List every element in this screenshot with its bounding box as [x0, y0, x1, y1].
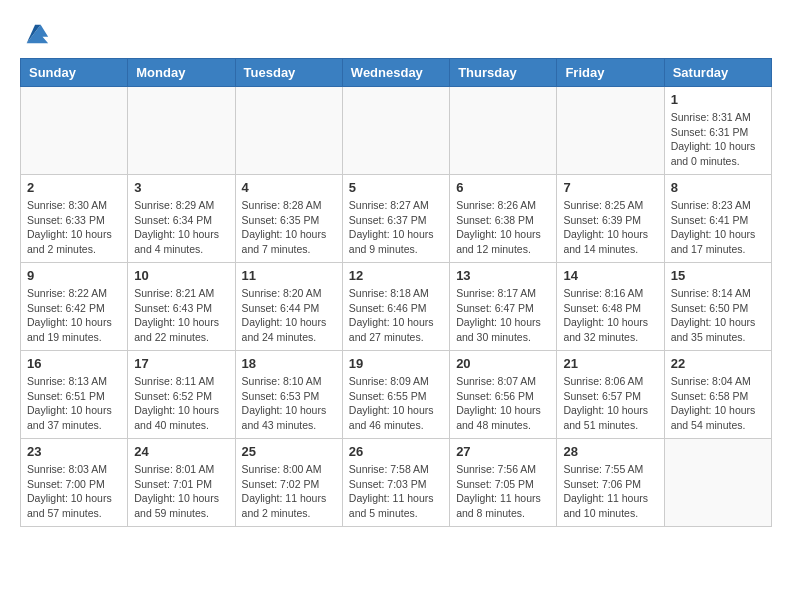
day-number: 14 [563, 268, 657, 283]
calendar-day: 5Sunrise: 8:27 AM Sunset: 6:37 PM Daylig… [342, 175, 449, 263]
logo-icon [22, 20, 50, 48]
calendar-day: 11Sunrise: 8:20 AM Sunset: 6:44 PM Dayli… [235, 263, 342, 351]
calendar-week: 2Sunrise: 8:30 AM Sunset: 6:33 PM Daylig… [21, 175, 772, 263]
weekday-header: Wednesday [342, 59, 449, 87]
day-number: 3 [134, 180, 228, 195]
day-info: Sunrise: 8:06 AM Sunset: 6:57 PM Dayligh… [563, 374, 657, 433]
day-number: 11 [242, 268, 336, 283]
day-info: Sunrise: 8:07 AM Sunset: 6:56 PM Dayligh… [456, 374, 550, 433]
calendar-day: 19Sunrise: 8:09 AM Sunset: 6:55 PM Dayli… [342, 351, 449, 439]
day-number: 1 [671, 92, 765, 107]
day-info: Sunrise: 7:56 AM Sunset: 7:05 PM Dayligh… [456, 462, 550, 521]
day-info: Sunrise: 8:04 AM Sunset: 6:58 PM Dayligh… [671, 374, 765, 433]
day-number: 28 [563, 444, 657, 459]
calendar-week: 1Sunrise: 8:31 AM Sunset: 6:31 PM Daylig… [21, 87, 772, 175]
calendar-day [235, 87, 342, 175]
day-number: 2 [27, 180, 121, 195]
weekday-header: Friday [557, 59, 664, 87]
logo [20, 20, 50, 48]
day-number: 18 [242, 356, 336, 371]
day-number: 9 [27, 268, 121, 283]
day-number: 16 [27, 356, 121, 371]
page-header [20, 20, 772, 48]
day-info: Sunrise: 8:25 AM Sunset: 6:39 PM Dayligh… [563, 198, 657, 257]
day-number: 10 [134, 268, 228, 283]
day-number: 6 [456, 180, 550, 195]
calendar-day [664, 439, 771, 527]
day-number: 24 [134, 444, 228, 459]
calendar-day: 24Sunrise: 8:01 AM Sunset: 7:01 PM Dayli… [128, 439, 235, 527]
day-info: Sunrise: 8:29 AM Sunset: 6:34 PM Dayligh… [134, 198, 228, 257]
day-number: 17 [134, 356, 228, 371]
weekday-header: Saturday [664, 59, 771, 87]
calendar-day: 20Sunrise: 8:07 AM Sunset: 6:56 PM Dayli… [450, 351, 557, 439]
day-number: 12 [349, 268, 443, 283]
calendar-day [21, 87, 128, 175]
weekday-header: Monday [128, 59, 235, 87]
day-info: Sunrise: 8:23 AM Sunset: 6:41 PM Dayligh… [671, 198, 765, 257]
day-number: 25 [242, 444, 336, 459]
weekday-header: Tuesday [235, 59, 342, 87]
calendar-day: 15Sunrise: 8:14 AM Sunset: 6:50 PM Dayli… [664, 263, 771, 351]
weekday-header: Thursday [450, 59, 557, 87]
day-info: Sunrise: 7:58 AM Sunset: 7:03 PM Dayligh… [349, 462, 443, 521]
calendar-day: 21Sunrise: 8:06 AM Sunset: 6:57 PM Dayli… [557, 351, 664, 439]
calendar-table: SundayMondayTuesdayWednesdayThursdayFrid… [20, 58, 772, 527]
calendar-day: 26Sunrise: 7:58 AM Sunset: 7:03 PM Dayli… [342, 439, 449, 527]
calendar-week: 9Sunrise: 8:22 AM Sunset: 6:42 PM Daylig… [21, 263, 772, 351]
calendar-day: 4Sunrise: 8:28 AM Sunset: 6:35 PM Daylig… [235, 175, 342, 263]
day-info: Sunrise: 8:09 AM Sunset: 6:55 PM Dayligh… [349, 374, 443, 433]
day-number: 26 [349, 444, 443, 459]
calendar-day: 12Sunrise: 8:18 AM Sunset: 6:46 PM Dayli… [342, 263, 449, 351]
calendar-day: 10Sunrise: 8:21 AM Sunset: 6:43 PM Dayli… [128, 263, 235, 351]
calendar-day: 9Sunrise: 8:22 AM Sunset: 6:42 PM Daylig… [21, 263, 128, 351]
calendar-day: 6Sunrise: 8:26 AM Sunset: 6:38 PM Daylig… [450, 175, 557, 263]
day-info: Sunrise: 8:28 AM Sunset: 6:35 PM Dayligh… [242, 198, 336, 257]
calendar-day: 23Sunrise: 8:03 AM Sunset: 7:00 PM Dayli… [21, 439, 128, 527]
calendar-day: 13Sunrise: 8:17 AM Sunset: 6:47 PM Dayli… [450, 263, 557, 351]
calendar-day: 14Sunrise: 8:16 AM Sunset: 6:48 PM Dayli… [557, 263, 664, 351]
day-info: Sunrise: 8:18 AM Sunset: 6:46 PM Dayligh… [349, 286, 443, 345]
day-info: Sunrise: 8:31 AM Sunset: 6:31 PM Dayligh… [671, 110, 765, 169]
day-info: Sunrise: 8:20 AM Sunset: 6:44 PM Dayligh… [242, 286, 336, 345]
day-info: Sunrise: 8:21 AM Sunset: 6:43 PM Dayligh… [134, 286, 228, 345]
day-number: 23 [27, 444, 121, 459]
day-info: Sunrise: 8:30 AM Sunset: 6:33 PM Dayligh… [27, 198, 121, 257]
calendar-day [450, 87, 557, 175]
day-info: Sunrise: 8:11 AM Sunset: 6:52 PM Dayligh… [134, 374, 228, 433]
day-number: 5 [349, 180, 443, 195]
calendar-day: 25Sunrise: 8:00 AM Sunset: 7:02 PM Dayli… [235, 439, 342, 527]
day-info: Sunrise: 8:27 AM Sunset: 6:37 PM Dayligh… [349, 198, 443, 257]
day-info: Sunrise: 8:14 AM Sunset: 6:50 PM Dayligh… [671, 286, 765, 345]
calendar-day: 1Sunrise: 8:31 AM Sunset: 6:31 PM Daylig… [664, 87, 771, 175]
calendar-day: 3Sunrise: 8:29 AM Sunset: 6:34 PM Daylig… [128, 175, 235, 263]
calendar-day: 2Sunrise: 8:30 AM Sunset: 6:33 PM Daylig… [21, 175, 128, 263]
day-info: Sunrise: 8:00 AM Sunset: 7:02 PM Dayligh… [242, 462, 336, 521]
day-info: Sunrise: 8:13 AM Sunset: 6:51 PM Dayligh… [27, 374, 121, 433]
day-number: 20 [456, 356, 550, 371]
calendar-day [557, 87, 664, 175]
calendar-day: 8Sunrise: 8:23 AM Sunset: 6:41 PM Daylig… [664, 175, 771, 263]
calendar-week: 16Sunrise: 8:13 AM Sunset: 6:51 PM Dayli… [21, 351, 772, 439]
calendar-day: 28Sunrise: 7:55 AM Sunset: 7:06 PM Dayli… [557, 439, 664, 527]
day-info: Sunrise: 8:03 AM Sunset: 7:00 PM Dayligh… [27, 462, 121, 521]
day-info: Sunrise: 8:01 AM Sunset: 7:01 PM Dayligh… [134, 462, 228, 521]
calendar-day: 7Sunrise: 8:25 AM Sunset: 6:39 PM Daylig… [557, 175, 664, 263]
day-number: 7 [563, 180, 657, 195]
day-number: 21 [563, 356, 657, 371]
calendar-day: 16Sunrise: 8:13 AM Sunset: 6:51 PM Dayli… [21, 351, 128, 439]
day-number: 19 [349, 356, 443, 371]
calendar-day: 27Sunrise: 7:56 AM Sunset: 7:05 PM Dayli… [450, 439, 557, 527]
day-info: Sunrise: 8:17 AM Sunset: 6:47 PM Dayligh… [456, 286, 550, 345]
calendar-day: 18Sunrise: 8:10 AM Sunset: 6:53 PM Dayli… [235, 351, 342, 439]
day-number: 15 [671, 268, 765, 283]
day-number: 8 [671, 180, 765, 195]
calendar-day: 22Sunrise: 8:04 AM Sunset: 6:58 PM Dayli… [664, 351, 771, 439]
day-number: 27 [456, 444, 550, 459]
calendar-day [128, 87, 235, 175]
calendar-week: 23Sunrise: 8:03 AM Sunset: 7:00 PM Dayli… [21, 439, 772, 527]
day-info: Sunrise: 8:16 AM Sunset: 6:48 PM Dayligh… [563, 286, 657, 345]
calendar-day [342, 87, 449, 175]
day-number: 13 [456, 268, 550, 283]
day-info: Sunrise: 8:10 AM Sunset: 6:53 PM Dayligh… [242, 374, 336, 433]
